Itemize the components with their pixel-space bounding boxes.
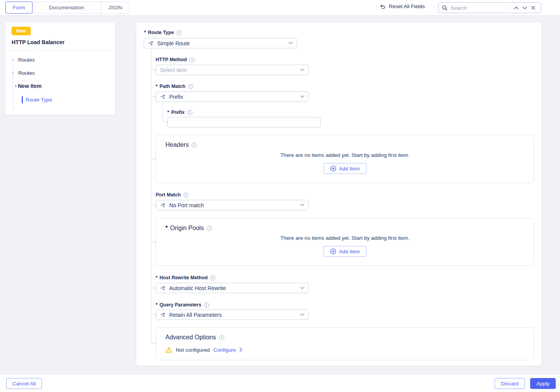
status-badge-new: New <box>12 27 31 35</box>
search-prev-icon[interactable] <box>512 3 520 12</box>
info-icon[interactable]: i <box>189 57 194 62</box>
tree-connector <box>151 242 155 242</box>
search-close-icon[interactable] <box>529 3 538 12</box>
info-icon[interactable]: i <box>177 30 182 35</box>
route-split-icon <box>160 285 166 291</box>
content-area: New HTTP Load Balancer Routes Routes New… <box>0 15 560 374</box>
active-indicator-bar <box>22 96 23 103</box>
route-split-icon <box>160 94 166 100</box>
origin-pools-section: * Origin Pools i There are no items adde… <box>156 218 534 266</box>
chevron-down-icon <box>300 287 304 289</box>
path-match-select[interactable]: Prefix <box>156 91 309 102</box>
sidebar-item-route-type[interactable]: Route Type <box>5 95 115 104</box>
path-match-label: * Path Match i <box>156 84 193 89</box>
route-split-icon <box>160 202 166 208</box>
headers-empty-text: There are no items added yet. Start by a… <box>156 152 534 158</box>
advanced-status-row: Not configured Configure <box>165 347 242 353</box>
origin-pools-add-item-button[interactable]: Add Item <box>323 246 366 257</box>
top-toolbar: Form Documentation JSON Reset All Fields <box>0 0 560 15</box>
apply-button[interactable]: Apply <box>530 378 556 389</box>
host-rewrite-select[interactable]: Automatic Host Rewrite <box>156 283 309 293</box>
origin-pools-empty-text: There are no items added yet. Start by a… <box>156 235 534 241</box>
search-input[interactable] <box>450 5 507 11</box>
advanced-status-text: Not configured <box>176 347 210 353</box>
form-guide-line-level2 <box>163 102 163 122</box>
tree-connector <box>151 159 155 159</box>
prefix-label: * Prefix i <box>167 110 192 115</box>
chevron-down-icon <box>300 204 304 206</box>
app-window: Form Documentation JSON Reset All Fields <box>0 0 560 392</box>
route-type-label: * Route Type i <box>144 30 182 35</box>
chevron-down-icon <box>300 95 304 98</box>
sidebar-item-new-item[interactable]: New Item <box>5 82 115 90</box>
chevron-down-icon <box>300 313 304 316</box>
info-icon[interactable]: i <box>207 226 212 231</box>
route-type-select[interactable]: Simple Route <box>144 38 297 48</box>
reset-label: Reset All Fields <box>389 3 425 9</box>
http-method-label: HTTP Method i <box>156 57 194 62</box>
tree-connector <box>151 70 155 70</box>
route-split-icon <box>160 312 166 318</box>
footer-bar: Cancel All Discard Apply <box>0 374 560 392</box>
advanced-options-title: Advanced Options i <box>165 334 224 341</box>
form-guide-line-level1 <box>151 48 151 344</box>
tree-connector <box>151 205 155 205</box>
tree-connector <box>163 122 167 122</box>
reset-all-fields-button[interactable]: Reset All Fields <box>380 3 425 9</box>
tab-json[interactable]: JSON <box>101 2 130 14</box>
tree-connector <box>151 96 155 97</box>
form-panel: * Route Type i Simple Route HTTP Meth <box>136 22 541 366</box>
tree-connector <box>151 288 155 288</box>
sidebar-panel: New HTTP Load Balancer Routes Routes New… <box>5 22 115 115</box>
sidebar-title: HTTP Load Balancer <box>12 39 115 45</box>
info-icon[interactable]: i <box>187 110 192 115</box>
port-match-select[interactable]: No Port match <box>156 200 309 210</box>
origin-pools-title: * Origin Pools i <box>165 225 212 232</box>
query-params-select[interactable]: Retain All Parameters <box>156 309 309 320</box>
info-icon[interactable]: i <box>184 193 189 198</box>
plus-circle-icon <box>330 165 336 172</box>
navigation-tree: Routes Routes New Item Route Type <box>5 51 115 104</box>
tab-form[interactable]: Form <box>5 2 33 14</box>
warning-icon <box>165 347 172 353</box>
search-next-icon[interactable] <box>520 3 529 12</box>
advanced-options-section: Advanced Options i Not configured Config… <box>156 327 534 360</box>
search-icon <box>442 5 448 11</box>
headers-add-item-button[interactable]: Add Item <box>323 163 366 174</box>
port-match-label: Port Match i <box>156 192 189 198</box>
info-icon[interactable]: i <box>192 143 197 148</box>
info-icon[interactable]: i <box>204 303 209 308</box>
http-method-select[interactable]: Select item <box>156 65 309 75</box>
chevron-down-icon <box>300 69 304 71</box>
caret-right-icon <box>15 84 17 88</box>
headers-section: Headers i There are no items added yet. … <box>156 135 534 183</box>
query-params-label: * Query Parameters i <box>156 302 209 308</box>
search-box <box>438 2 541 13</box>
prefix-input[interactable] <box>167 117 321 127</box>
search-divider <box>509 5 510 11</box>
info-icon[interactable]: i <box>219 335 224 340</box>
route-split-icon <box>148 40 154 46</box>
tree-connector <box>151 315 155 315</box>
sidebar-item-routes-1[interactable]: Routes <box>5 56 115 64</box>
info-icon[interactable]: i <box>210 275 215 280</box>
host-rewrite-label: * Host Rewrite Method i <box>156 275 215 280</box>
chevron-right-icon[interactable] <box>239 347 242 352</box>
plus-circle-icon <box>330 248 336 254</box>
tree-dot-icon <box>12 59 14 60</box>
discard-button[interactable]: Discard <box>495 378 525 389</box>
tab-documentation[interactable]: Documentation <box>32 2 101 14</box>
reset-icon <box>380 4 386 9</box>
cancel-all-button[interactable]: Cancel All <box>6 378 42 389</box>
sidebar-item-routes-2[interactable]: Routes <box>5 69 115 77</box>
info-icon[interactable]: i <box>188 84 193 89</box>
headers-title: Headers i <box>165 141 197 148</box>
chevron-down-icon <box>289 42 293 45</box>
view-tabs: Form Documentation JSON <box>5 2 130 14</box>
tree-connector <box>151 343 155 344</box>
configure-link[interactable]: Configure <box>213 347 236 353</box>
tree-dot-icon <box>12 72 14 74</box>
